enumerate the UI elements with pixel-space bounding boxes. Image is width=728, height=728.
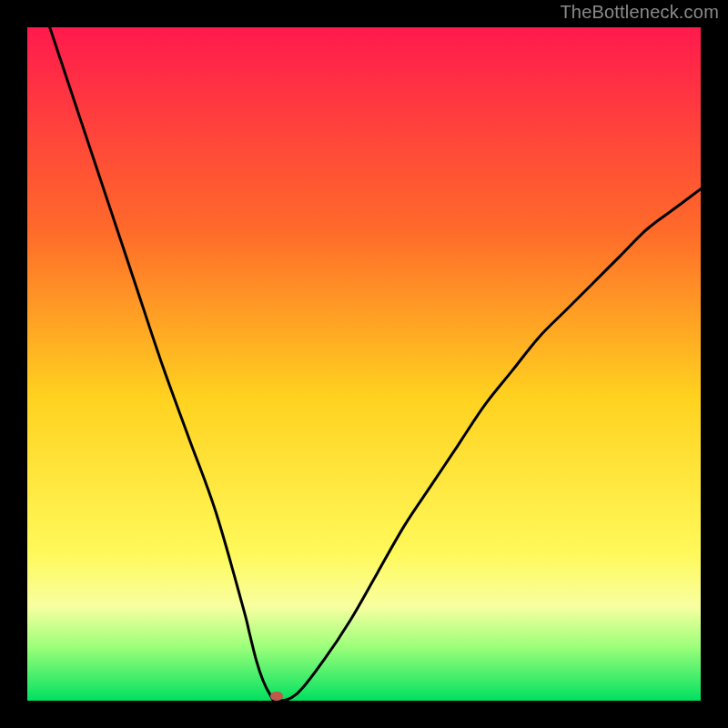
bottleneck-curve — [27, 27, 701, 701]
minimum-marker — [270, 692, 283, 701]
watermark-text: TheBottleneck.com — [560, 2, 719, 23]
plot-area — [27, 27, 701, 701]
chart-frame: TheBottleneck.com — [0, 0, 728, 728]
